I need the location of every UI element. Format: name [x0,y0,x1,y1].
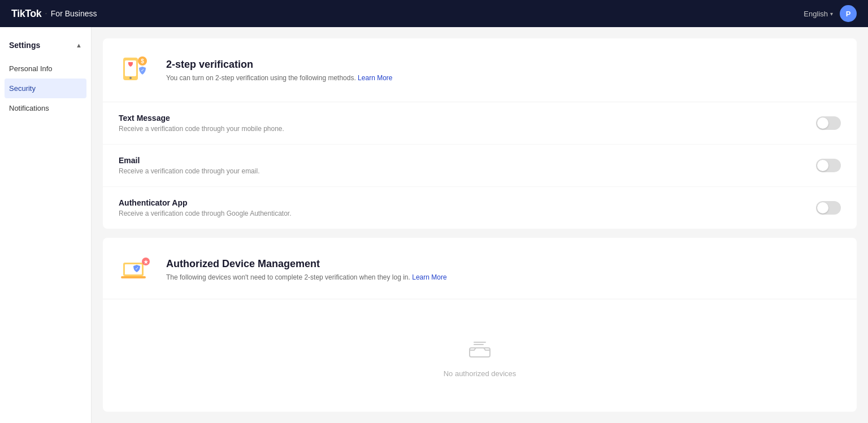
logo-business: For Business [51,9,97,18]
svg-text:✓: ✓ [141,68,145,73]
text-message-toggle[interactable] [816,116,841,130]
two-step-title: 2-step verification [166,59,392,71]
svg-text:★: ★ [144,259,149,265]
sidebar-title: Settings [9,41,40,50]
text-message-row: Text Message Receive a verification code… [103,102,857,145]
header: TikTok · For Business English ▾ P [0,0,868,27]
text-message-description: Receive a verification code through your… [119,125,284,133]
two-step-illustration: $ ✓ [119,52,155,88]
svg-point-2 [129,77,132,79]
two-step-verification-card: $ ✓ 2-step verification You can turn on … [103,38,857,229]
authenticator-text: Authenticator App Receive a verification… [119,198,292,217]
layout: Settings ▲ Personal Info Security Notifi… [0,27,868,423]
authenticator-description: Receive a verification code through Goog… [119,210,292,217]
svg-rect-12 [470,348,490,357]
authorized-device-card: ✓ ★ Authorized Device Management The fol… [103,238,857,412]
main-content: $ ✓ 2-step verification You can turn on … [92,27,868,423]
text-message-text: Text Message Receive a verification code… [119,114,284,133]
sidebar-item-personal-info[interactable]: Personal Info [0,59,91,79]
authenticator-title: Authenticator App [119,198,292,207]
email-title: Email [119,156,259,165]
language-label: English [804,10,828,18]
two-step-learn-more[interactable]: Learn More [358,74,392,82]
email-description: Receive a verification code through your… [119,167,259,175]
device-learn-more[interactable]: Learn More [412,273,446,281]
logo-tiktok: TikTok [11,8,41,20]
device-illustration: ✓ ★ [119,251,155,287]
sidebar-collapse-icon[interactable]: ▲ [76,42,82,49]
sidebar-item-notifications[interactable]: Notifications [0,98,91,118]
language-selector[interactable]: English ▾ [804,10,833,18]
empty-state: No authorized devices [103,299,857,412]
chevron-down-icon: ▾ [830,11,833,17]
no-devices-text: No authorized devices [444,369,517,378]
svg-rect-8 [121,276,146,278]
svg-text:✓: ✓ [135,266,139,271]
two-step-header-text: 2-step verification You can turn on 2-st… [166,59,392,82]
sidebar-header: Settings ▲ [0,36,91,59]
email-toggle[interactable] [816,159,841,172]
two-step-header: $ ✓ 2-step verification You can turn on … [103,38,857,102]
logo-separator: · [45,8,47,19]
authenticator-row: Authenticator App Receive a verification… [103,187,857,229]
device-header-text: Authorized Device Management The followi… [166,258,447,281]
device-description: The following devices won't need to comp… [166,273,447,281]
sidebar-item-security[interactable]: Security [5,79,86,98]
avatar[interactable]: P [840,5,857,22]
header-right: English ▾ P [804,5,857,22]
email-row: Email Receive a verification code throug… [103,145,857,187]
sidebar: Settings ▲ Personal Info Security Notifi… [0,27,92,423]
no-devices-icon [466,333,493,363]
svg-text:$: $ [141,58,144,64]
device-card-header: ✓ ★ Authorized Device Management The fol… [103,238,857,299]
logo: TikTok · For Business [11,8,97,20]
text-message-title: Text Message [119,114,284,123]
authenticator-toggle[interactable] [816,201,841,215]
device-title: Authorized Device Management [166,258,447,270]
two-step-description: You can turn on 2-step verification usin… [166,74,392,82]
email-text: Email Receive a verification code throug… [119,156,259,175]
